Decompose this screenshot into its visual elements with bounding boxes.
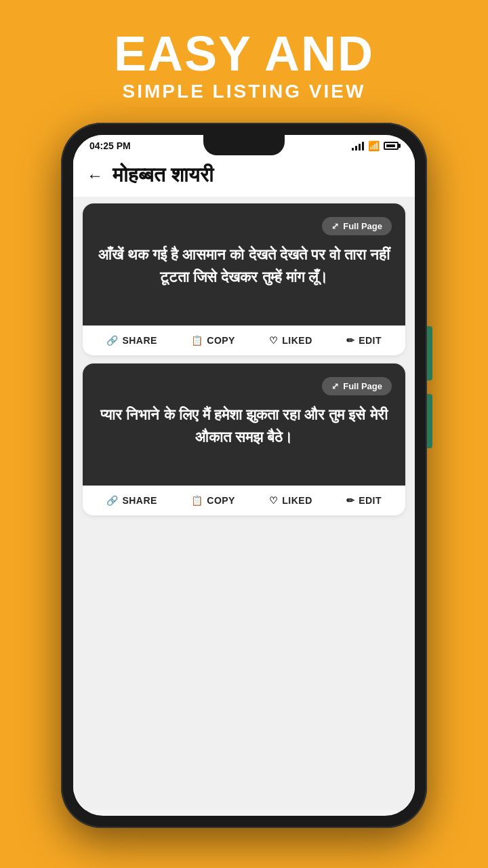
liked-button-1[interactable]: ♡ LIKED — [269, 335, 312, 346]
header-subtitle: SIMPLE LISTING VIEW — [114, 81, 374, 102]
full-page-btn-2[interactable]: ⤢ Full Page — [322, 377, 392, 395]
power-button — [427, 326, 432, 380]
share-button-2[interactable]: 🔗 SHARE — [106, 495, 157, 506]
edit-label-2: EDIT — [359, 495, 382, 506]
liked-label-2: LIKED — [282, 495, 312, 506]
share-label-2: SHARE — [122, 495, 157, 506]
phone-notch — [203, 135, 285, 155]
status-time: 04:25 PM — [89, 140, 131, 151]
copy-icon-2: 📋 — [191, 495, 203, 506]
share-button-1[interactable]: 🔗 SHARE — [106, 335, 157, 346]
edit-icon-2: ✏ — [346, 495, 355, 506]
header-section: EASY AND SIMPLE LISTING VIEW — [114, 0, 374, 116]
copy-icon-1: 📋 — [191, 335, 203, 346]
app-content: ← मोहब्बत शायरी ⤢ Full Page आँखें थक गई … — [73, 154, 415, 810]
liked-icon-2: ♡ — [269, 495, 279, 506]
edit-button-1[interactable]: ✏ EDIT — [346, 335, 382, 346]
full-page-icon-2: ⤢ — [331, 381, 339, 391]
edit-label-1: EDIT — [359, 335, 382, 346]
card-1-text: आँखें थक गई है आसमान को देखते देखते पर व… — [96, 243, 392, 288]
full-page-icon-1: ⤢ — [331, 221, 339, 231]
wifi-icon: 📶 — [368, 140, 380, 151]
card-2-text: प्यार निभाने के लिए मैं हमेशा झुकता रहा … — [96, 403, 392, 448]
full-page-label-2: Full Page — [343, 381, 382, 391]
cards-list: ⤢ Full Page आँखें थक गई है आसमान को देखत… — [73, 197, 415, 810]
card-2-content: ⤢ Full Page प्यार निभाने के लिए मैं हमेश… — [83, 363, 405, 486]
share-icon-2: 🔗 — [106, 495, 119, 506]
full-page-btn-1[interactable]: ⤢ Full Page — [322, 217, 392, 235]
share-label-1: SHARE — [122, 335, 157, 346]
copy-label-1: COPY — [207, 335, 235, 346]
edit-icon-1: ✏ — [346, 335, 355, 346]
card-1-actions: 🔗 SHARE 📋 COPY ♡ LIKED ✏ — [83, 326, 405, 355]
card-1-content: ⤢ Full Page आँखें थक गई है आसमान को देखत… — [83, 203, 405, 326]
status-icons: 📶 — [352, 140, 399, 151]
liked-button-2[interactable]: ♡ LIKED — [269, 495, 312, 506]
copy-button-2[interactable]: 📋 COPY — [191, 495, 235, 506]
header-title-line1: EASY AND — [114, 27, 374, 81]
card-2-actions: 🔗 SHARE 📋 COPY ♡ LIKED ✏ — [83, 486, 405, 515]
copy-button-1[interactable]: 📋 COPY — [191, 335, 235, 346]
app-title: मोहब्बत शायरी — [113, 163, 214, 187]
signal-icon — [352, 141, 364, 151]
volume-button — [427, 394, 432, 448]
phone-frame: 04:25 PM 📶 ← मोहब्बत शायरी — [61, 123, 427, 828]
back-button[interactable]: ← — [87, 166, 103, 185]
full-page-label-1: Full Page — [343, 221, 382, 231]
shayari-card-2: ⤢ Full Page प्यार निभाने के लिए मैं हमेश… — [83, 363, 405, 515]
liked-label-1: LIKED — [282, 335, 312, 346]
share-icon-1: 🔗 — [106, 335, 119, 346]
app-header: ← मोहब्बत शायरी — [73, 154, 415, 197]
liked-icon-1: ♡ — [269, 335, 279, 346]
battery-icon — [384, 142, 399, 150]
shayari-card-1: ⤢ Full Page आँखें थक गई है आसमान को देखत… — [83, 203, 405, 355]
copy-label-2: COPY — [207, 495, 235, 506]
edit-button-2[interactable]: ✏ EDIT — [346, 495, 382, 506]
phone-screen: 04:25 PM 📶 ← मोहब्बत शायरी — [73, 135, 415, 816]
